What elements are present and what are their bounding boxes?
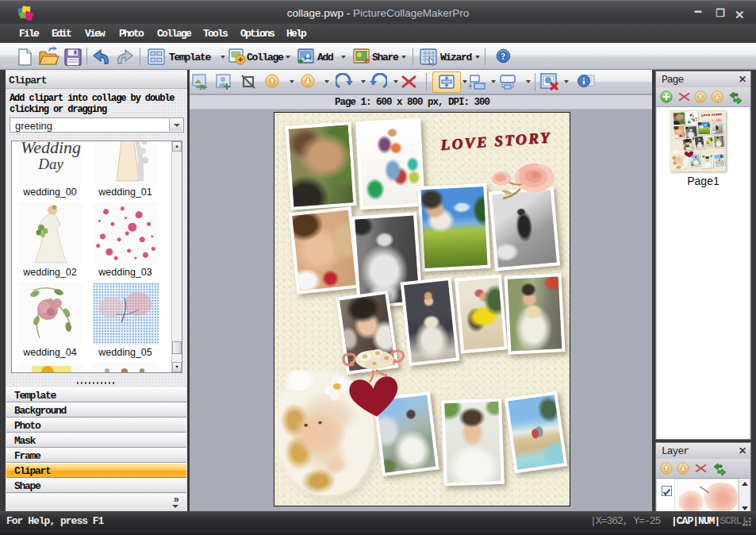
svg-text:?: ? [501,52,506,62]
